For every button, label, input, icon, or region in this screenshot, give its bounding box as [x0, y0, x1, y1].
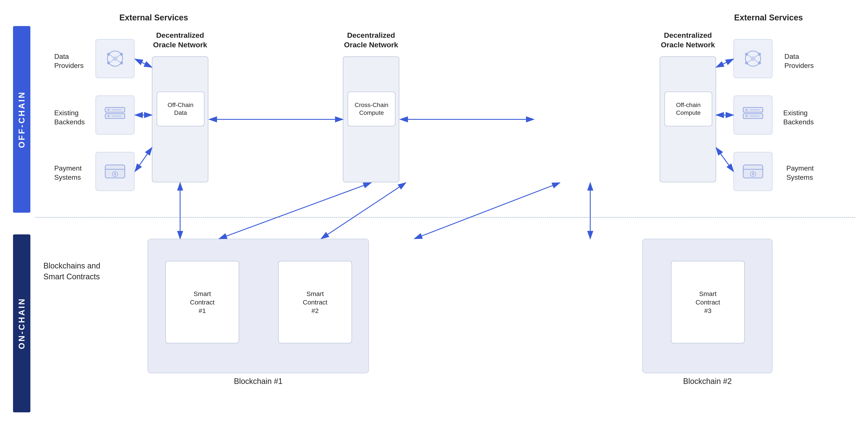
oracle-center-container: Cross-ChainCompute [343, 56, 399, 182]
data-providers-left-icon [95, 39, 134, 78]
oracle-left-container: Off-ChainData [152, 56, 208, 182]
section-divider [35, 217, 855, 218]
oracle-right-title: DecentralizedOracle Network [660, 30, 716, 50]
offchain-compute-box: Off-chainCompute [664, 92, 712, 126]
svg-point-1 [113, 56, 117, 61]
svg-point-22 [745, 53, 748, 56]
payment-systems-right-icon: $ [734, 152, 773, 191]
svg-line-58 [321, 183, 406, 239]
blockchain-1-label: Blockchain #1 [234, 377, 282, 386]
onchain-bar: ON-CHAIN [13, 234, 30, 412]
blockchain-2-container: SmartContract#3 Blockchain #2 [642, 239, 773, 373]
svg-point-5 [120, 61, 123, 64]
blockchain-1-container: SmartContract#1 SmartContract#2 Blockcha… [148, 239, 369, 373]
svg-point-2 [107, 53, 110, 56]
data-providers-right-icon [734, 39, 773, 78]
svg-point-12 [107, 109, 110, 111]
svg-line-9 [117, 60, 120, 62]
svg-line-7 [117, 55, 120, 58]
svg-text:$: $ [752, 172, 754, 176]
svg-point-23 [758, 53, 761, 56]
existing-backends-left-text: ExistingBackends [54, 108, 85, 127]
blockchains-label: Blockchains andSmart Contracts [43, 260, 100, 282]
svg-line-28 [748, 60, 751, 62]
svg-line-48 [135, 59, 152, 67]
diagram-container: OFF-CHAIN ON-CHAIN External Services Ext… [0, 0, 868, 441]
crosschain-compute-box: Cross-ChainCompute [348, 92, 395, 126]
onchain-label: ON-CHAIN [17, 297, 27, 349]
svg-line-8 [110, 60, 114, 62]
svg-point-21 [751, 56, 755, 61]
svg-point-13 [107, 115, 110, 117]
svg-line-51 [716, 59, 734, 67]
svg-line-59 [414, 183, 560, 239]
svg-point-25 [758, 61, 761, 64]
svg-line-27 [754, 55, 758, 58]
svg-line-50 [135, 148, 152, 171]
svg-line-6 [110, 55, 114, 58]
data-providers-left-text: DataProviders [54, 52, 84, 70]
smart-contract-1: SmartContract#1 [165, 261, 239, 343]
svg-text:$: $ [114, 172, 116, 176]
offchain-data-box: Off-ChainData [157, 92, 205, 126]
payment-systems-right-text: PaymentSystems [786, 164, 814, 182]
blockchain-2-label: Blockchain #2 [683, 377, 732, 386]
existing-backends-right-text: ExistingBackends [783, 108, 814, 127]
svg-line-53 [716, 148, 734, 171]
ext-services-left-label: External Services [119, 13, 188, 22]
smart-contract-2: SmartContract#2 [278, 261, 352, 343]
oracle-center-title: DecentralizedOracle Network [343, 30, 399, 50]
existing-backends-left-icon [95, 95, 134, 134]
smart-contract-3: SmartContract#3 [671, 261, 745, 343]
offchain-bar: OFF-CHAIN [13, 26, 30, 213]
data-providers-right-text: DataProviders [784, 52, 814, 70]
svg-point-3 [120, 53, 123, 56]
offchain-label: OFF-CHAIN [17, 91, 27, 148]
svg-point-33 [745, 115, 748, 117]
oracle-left-title: DecentralizedOracle Network [152, 30, 208, 50]
payment-systems-left-text: PaymentSystems [54, 164, 82, 182]
svg-line-57 [219, 183, 371, 239]
svg-line-26 [748, 55, 751, 58]
ext-services-right-label: External Services [734, 13, 803, 22]
svg-point-24 [745, 61, 748, 64]
svg-point-32 [745, 109, 748, 111]
payment-systems-left-icon: $ [95, 152, 134, 191]
svg-line-29 [754, 60, 758, 62]
oracle-right-container: Off-chainCompute [660, 56, 716, 182]
existing-backends-right-icon [734, 95, 773, 134]
svg-point-4 [107, 61, 110, 64]
